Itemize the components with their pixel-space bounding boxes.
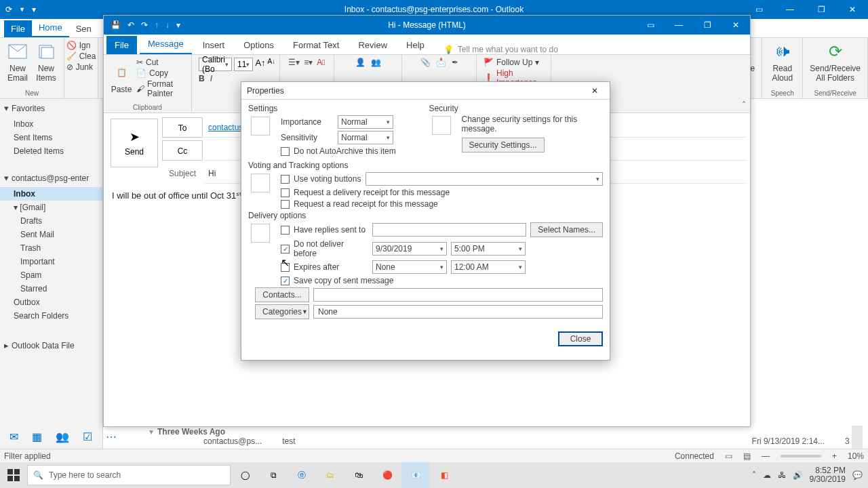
nav-sent-mail[interactable]: Sent Mail — [0, 228, 102, 241]
tab-send-receive[interactable]: Sen — [69, 20, 98, 37]
shrink-font-icon[interactable]: A↓ — [268, 58, 276, 71]
voting-dropdown[interactable]: ▾ — [366, 172, 603, 186]
new-items-button[interactable]: New Items — [35, 41, 57, 83]
nav-favorites-deleted[interactable]: Deleted Items — [0, 144, 102, 158]
qat-customize[interactable]: ▾ — [32, 5, 36, 14]
categories-button[interactable]: Categories▼ — [255, 304, 309, 319]
zoom-slider[interactable] — [781, 455, 821, 458]
maximize-button[interactable]: ❐ — [806, 0, 837, 19]
explorer-icon[interactable]: 🗂 — [316, 462, 344, 488]
zoom-in-icon[interactable]: + — [832, 451, 837, 461]
msg-ribbon-options[interactable]: ▭ — [636, 16, 665, 35]
account-header[interactable]: ▾ contactus@psg-enter — [0, 169, 102, 187]
follow-up-button[interactable]: 🚩 Follow Up ▾ — [484, 58, 544, 67]
nav-spam[interactable]: Spam — [0, 268, 102, 282]
minimize-button[interactable]: ― — [774, 0, 806, 19]
list-scrollbar[interactable] — [852, 426, 863, 449]
msg-tab-options[interactable]: Options — [235, 36, 282, 54]
format-painter-button[interactable]: 🖌 Format Painter — [136, 79, 184, 98]
read-receipt-checkbox[interactable] — [281, 200, 290, 209]
chrome-icon[interactable]: 🔴 — [373, 462, 401, 488]
address-book-icon[interactable]: 👤 — [355, 58, 366, 67]
replies-textbox[interactable] — [372, 223, 526, 237]
save-icon[interactable]: 💾 — [111, 20, 121, 30]
expires-time-dropdown[interactable]: 12:00 AM▾ — [451, 260, 526, 274]
signature-icon[interactable]: ✒ — [452, 58, 458, 67]
task-view-icon[interactable]: ⧉ — [259, 462, 288, 488]
cortana-icon[interactable]: ◯ — [231, 462, 259, 488]
select-names-button[interactable]: Select Names... — [530, 222, 603, 237]
msg-tab-file[interactable]: File — [106, 36, 137, 54]
qat-up-icon[interactable]: ↑ — [155, 20, 159, 30]
delivery-receipt-checkbox[interactable] — [281, 188, 290, 197]
paste-button[interactable]: 📋Paste — [111, 62, 132, 94]
tray-chevron-icon[interactable]: ˄ — [752, 470, 756, 480]
importance-dropdown[interactable]: Normal▾ — [338, 115, 393, 129]
msg-tab-help[interactable]: Help — [398, 36, 433, 54]
nav-important[interactable]: Important — [0, 255, 102, 268]
msg-minimize[interactable]: ― — [665, 16, 693, 35]
cut-button[interactable]: ✂ Cut — [136, 58, 184, 67]
zoom-out-icon[interactable]: ― — [762, 451, 770, 461]
tasks-icon[interactable]: ☑ — [83, 430, 92, 443]
deliver-before-checkbox[interactable]: ✓ — [281, 245, 290, 253]
deliver-date-dropdown[interactable]: 9/30/2019▾ — [372, 242, 447, 256]
to-button[interactable]: To — [162, 117, 203, 138]
list-group-header[interactable]: Three Weeks Ago — [157, 427, 225, 436]
favorites-header[interactable]: ▾ Favorites — [0, 99, 102, 117]
save-copy-checkbox[interactable]: ✓ — [281, 277, 290, 285]
security-settings-button[interactable]: Security Settings... — [462, 138, 545, 152]
list-item[interactable]: contactus@ps... test Fri 9/13/2019 2:14.… — [149, 436, 863, 446]
tab-file[interactable]: File — [4, 20, 32, 37]
reload-icon[interactable]: ⟳ — [5, 5, 12, 14]
tray-onedrive-icon[interactable]: ☁ — [763, 470, 771, 480]
tray-notifications-icon[interactable]: 💬 — [852, 470, 863, 480]
dialog-close-icon[interactable]: ✕ — [585, 86, 604, 96]
mail-icon[interactable]: ✉ — [9, 430, 18, 443]
data-file-header[interactable]: ▸ Outlook Data File — [0, 336, 102, 354]
nav-inbox[interactable]: Inbox — [0, 187, 102, 201]
msg-tab-message[interactable]: Message — [140, 35, 192, 54]
view-normal-icon[interactable]: ▭ — [725, 451, 732, 461]
bold-button[interactable]: B — [199, 74, 205, 83]
msg-tab-insert[interactable]: Insert — [195, 36, 233, 54]
snagit-icon[interactable]: ◧ — [430, 462, 458, 488]
deliver-time-dropdown[interactable]: 5:00 PM▾ — [451, 242, 526, 256]
categories-field[interactable]: None — [313, 305, 603, 319]
tray-network-icon[interactable]: 🖧 — [778, 470, 786, 480]
send-button[interactable]: ➤ Send — [111, 119, 158, 167]
store-icon[interactable]: 🛍 — [344, 462, 373, 488]
cc-button[interactable]: Cc — [162, 140, 203, 161]
tray-clock[interactable]: 8:52 PM9/30/2019 — [810, 466, 846, 484]
calendar-icon[interactable]: ▦ — [32, 430, 42, 443]
contacts-button[interactable]: Contacts... — [255, 287, 309, 302]
nav-trash[interactable]: Trash — [0, 241, 102, 255]
expires-checkbox[interactable] — [281, 263, 290, 272]
outlook-taskbar-icon[interactable]: 📧 — [401, 462, 430, 488]
dropdown-icon[interactable]: ▼ — [19, 6, 25, 13]
clean-up-button[interactable]: 🧹 Clea — [66, 52, 96, 61]
msg-tab-review[interactable]: Review — [350, 36, 395, 54]
msg-collapse-ribbon-icon[interactable]: ˄ — [742, 100, 746, 110]
ignore-button[interactable]: 🚫 Ign — [66, 41, 96, 50]
nav-outbox[interactable]: Outbox — [0, 296, 102, 309]
bullets-icon[interactable]: ☰▾ — [288, 58, 300, 67]
msg-close[interactable]: ✕ — [722, 16, 750, 35]
expires-date-dropdown[interactable]: None▾ — [372, 260, 447, 274]
nav-favorites-inbox[interactable]: Inbox — [0, 117, 102, 131]
close-button[interactable]: ✕ — [837, 0, 868, 19]
msg-tab-format[interactable]: Format Text — [285, 36, 347, 54]
edge-icon[interactable]: ⓔ — [288, 462, 316, 488]
tab-home[interactable]: Home — [32, 19, 69, 37]
font-size-dropdown[interactable]: 11▾ — [234, 58, 253, 71]
redo-icon[interactable]: ↷ — [141, 20, 148, 30]
grow-font-icon[interactable]: A↑ — [255, 58, 265, 71]
tell-me-box[interactable]: 💡 Tell me what you want to do — [435, 45, 558, 54]
start-button[interactable] — [0, 462, 27, 488]
nav-search-folders[interactable]: Search Folders — [0, 309, 102, 323]
nav-gmail[interactable]: ▾ [Gmail] — [0, 201, 102, 214]
attach-item-icon[interactable]: 📩 — [436, 58, 446, 67]
qat-customize-icon[interactable]: ▾ — [176, 20, 180, 30]
view-reading-icon[interactable]: ▤ — [743, 451, 751, 461]
send-receive-button[interactable]: ⟳Send/Receive All Folders — [810, 41, 861, 83]
